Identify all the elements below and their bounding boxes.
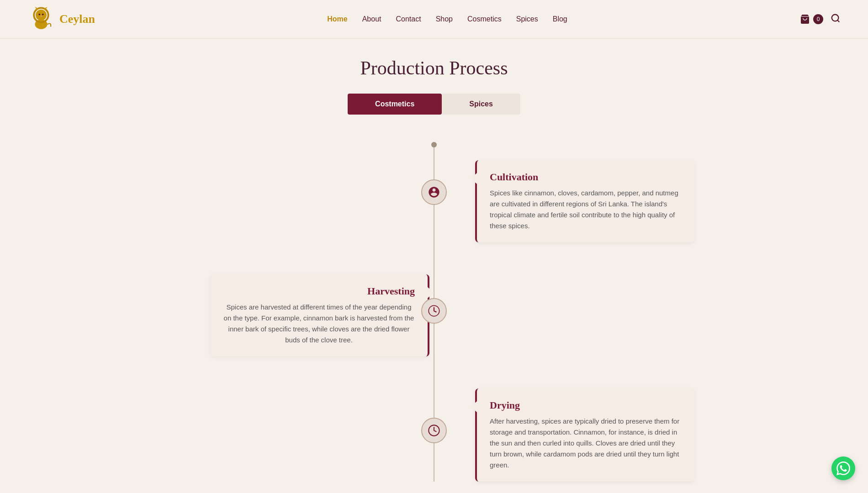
drying-connector — [471, 401, 477, 412]
cultivation-icon-circle — [421, 179, 447, 205]
svg-point-6 — [42, 14, 44, 16]
tab-spices[interactable]: Spices — [442, 94, 520, 115]
nav-item-about[interactable]: About — [362, 15, 381, 23]
timeline-step-harvesting: Harvesting Spices are harvested at diffe… — [174, 265, 694, 357]
logo-text: Ceylan — [59, 12, 95, 26]
svg-line-10 — [837, 20, 839, 22]
logo-icon — [27, 5, 55, 33]
cultivation-icon — [428, 186, 440, 199]
svg-point-7 — [40, 16, 42, 17]
timeline: Cultivation Spices like cinnamon, cloves… — [137, 142, 731, 482]
drying-title: Drying — [490, 399, 682, 411]
drying-icon — [428, 424, 440, 437]
nav-item-spices[interactable]: Spices — [516, 15, 538, 23]
page-title: Production Process — [0, 57, 868, 79]
tab-cosmetics[interactable]: Costmetics — [348, 94, 442, 115]
harvesting-icon-circle — [421, 298, 447, 324]
svg-point-9 — [832, 14, 839, 21]
harvesting-connector — [428, 287, 434, 298]
harvesting-card: Harvesting Spices are harvested at diffe… — [210, 274, 429, 357]
nav-item-contact[interactable]: Contact — [396, 15, 421, 23]
nav-item-blog[interactable]: Blog — [553, 15, 567, 23]
drying-card-wrapper: Drying After harvesting, spices are typi… — [475, 388, 694, 482]
nav-item-home[interactable]: Home — [327, 15, 347, 23]
svg-point-5 — [38, 14, 40, 16]
cart-button[interactable]: 0 — [799, 14, 823, 25]
cultivation-connector — [471, 173, 477, 184]
harvesting-icon — [428, 304, 440, 317]
search-button[interactable] — [831, 13, 841, 26]
cultivation-card: Cultivation Spices like cinnamon, cloves… — [475, 160, 694, 242]
timeline-dot-top — [431, 142, 437, 147]
svg-point-0 — [36, 10, 47, 21]
nav-item-shop[interactable]: Shop — [436, 15, 453, 23]
cultivation-title: Cultivation — [490, 171, 682, 183]
tabs-container: Costmetics Spices — [0, 94, 868, 115]
harvesting-card-wrapper: Harvesting Spices are harvested at diffe… — [174, 274, 393, 357]
timeline-step-cultivation: Cultivation Spices like cinnamon, cloves… — [174, 142, 694, 242]
logo-area[interactable]: Ceylan — [27, 5, 95, 33]
cultivation-text: Spices like cinnamon, cloves, cardamom, … — [490, 188, 682, 231]
cart-area: 0 — [799, 13, 841, 26]
nav-item-cosmetics[interactable]: Cosmetics — [467, 15, 502, 23]
drying-icon-circle — [421, 418, 447, 443]
cart-icon — [799, 14, 810, 25]
cart-count: 0 — [813, 14, 823, 24]
whatsapp-button[interactable] — [831, 456, 855, 480]
harvesting-title: Harvesting — [223, 285, 415, 297]
main-content: Production Process Costmetics Spices C — [0, 39, 868, 493]
drying-card: Drying After harvesting, spices are typi… — [475, 388, 694, 482]
drying-text: After harvesting, spices are typically d… — [490, 416, 682, 471]
main-nav: Home About Contact Shop Cosmetics Spices… — [327, 15, 567, 23]
timeline-step-drying: Drying After harvesting, spices are typi… — [174, 379, 694, 482]
harvesting-text: Spices are harvested at different times … — [223, 302, 415, 346]
cultivation-card-wrapper: Cultivation Spices like cinnamon, cloves… — [475, 160, 694, 242]
search-icon — [831, 13, 841, 23]
whatsapp-icon — [836, 462, 850, 475]
header: Ceylan Home About Contact Shop Cosmetics… — [0, 0, 868, 39]
